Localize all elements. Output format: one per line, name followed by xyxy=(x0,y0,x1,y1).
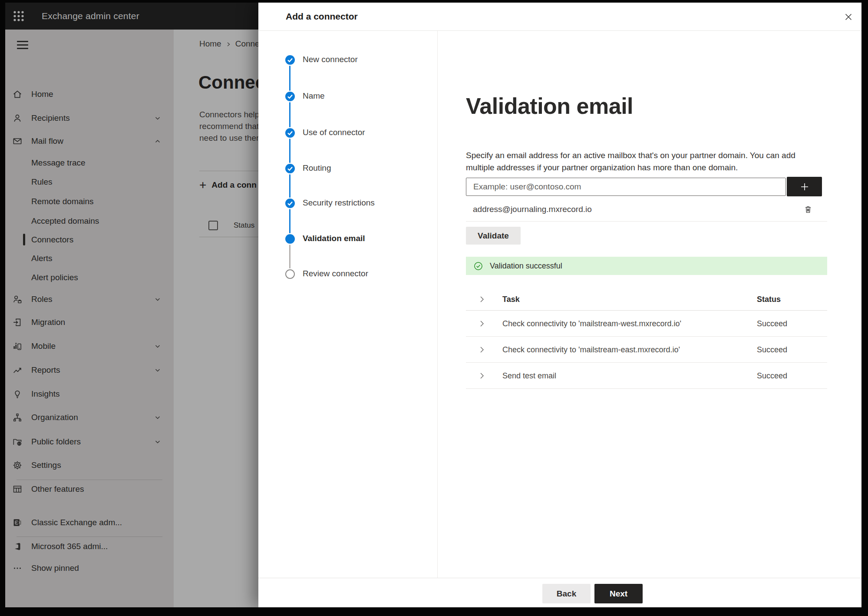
step-heading: Validation email xyxy=(466,93,633,119)
expand-row-chevron[interactable] xyxy=(478,372,486,380)
trash-icon xyxy=(803,205,813,215)
dialog-header: Add a connector xyxy=(258,3,861,31)
chevron-right-icon xyxy=(478,320,486,328)
dialog-body: New connector Name Use of connector Rout… xyxy=(258,31,861,578)
expand-all-chevron[interactable] xyxy=(478,295,486,303)
step-description: Specify an email address for an active m… xyxy=(466,149,813,174)
status-cell: Succeed xyxy=(757,345,787,354)
expand-row-chevron[interactable] xyxy=(478,346,486,354)
status-cell: Succeed xyxy=(757,319,787,328)
task-cell: Check connectivity to 'mailstream-east.m… xyxy=(502,345,680,354)
address-list-item: address@journaling.mxrecord.io xyxy=(466,198,827,222)
step-connector-line xyxy=(289,66,290,91)
back-button[interactable]: Back xyxy=(542,584,591,603)
status-column-header: Status xyxy=(757,295,781,304)
step-completed-icon xyxy=(285,92,295,101)
step-upcoming-icon xyxy=(285,269,295,279)
close-button[interactable] xyxy=(842,10,855,24)
success-check-icon xyxy=(474,262,483,271)
chevron-right-icon xyxy=(478,295,486,303)
results-table-header: Task Status xyxy=(466,288,827,311)
dialog-title: Add a connector xyxy=(286,11,358,22)
plus-icon xyxy=(799,181,810,192)
chevron-right-icon xyxy=(478,372,486,380)
step-current-icon xyxy=(285,234,295,244)
task-cell: Check connectivity to 'mailstream-west.m… xyxy=(502,319,681,328)
address-value: address@journaling.mxrecord.io xyxy=(473,205,592,214)
result-row: Check connectivity to 'mailstream-east.m… xyxy=(466,337,827,363)
task-column-header: Task xyxy=(502,295,520,304)
screenshot-frame: Exchange admin center Home Recipients Ma… xyxy=(0,0,868,616)
next-button[interactable]: Next xyxy=(594,584,643,603)
exchange-admin-center-window: Exchange admin center Home Recipients Ma… xyxy=(5,3,861,607)
result-row: Check connectivity to 'mailstream-west.m… xyxy=(466,311,827,337)
add-connector-dialog: Add a connector New connector Name xyxy=(258,3,861,607)
chevron-right-icon xyxy=(478,346,486,354)
result-row: Send test email Succeed xyxy=(466,363,827,389)
step-connector-line xyxy=(289,174,290,198)
wizard-steps: New connector Name Use of connector Rout… xyxy=(258,31,438,578)
step-completed-icon xyxy=(285,55,295,65)
add-address-button[interactable] xyxy=(787,177,822,196)
banner-text: Validation successful xyxy=(490,262,562,271)
step-completed-icon xyxy=(285,164,295,173)
email-address-input[interactable] xyxy=(466,178,786,196)
validation-success-banner: Validation successful xyxy=(466,257,827,275)
task-cell: Send test email xyxy=(502,371,556,380)
dialog-footer: Back Next xyxy=(258,578,861,607)
step-completed-icon xyxy=(285,128,295,138)
step-connector-line xyxy=(289,245,290,268)
validate-button[interactable]: Validate xyxy=(466,227,521,245)
step-connector-line xyxy=(289,102,290,127)
step-completed-icon xyxy=(285,199,295,208)
delete-address-button[interactable] xyxy=(803,204,815,216)
step-connector-line xyxy=(289,209,290,233)
status-cell: Succeed xyxy=(757,371,787,380)
close-icon xyxy=(844,13,853,21)
step-connector-line xyxy=(289,139,290,163)
expand-row-chevron[interactable] xyxy=(478,320,486,328)
